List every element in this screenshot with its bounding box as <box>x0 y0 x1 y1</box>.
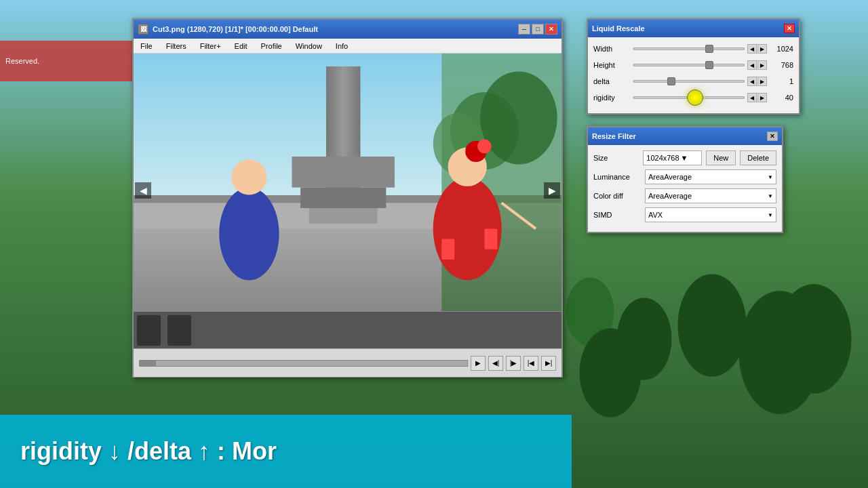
rf-simd-label: SIMD <box>593 211 641 219</box>
lr-width-thumb <box>705 45 713 53</box>
lr-delta-row: delta ◀ ▶ 1 <box>593 75 793 87</box>
lr-delta-decrement[interactable]: ◀ <box>747 77 757 86</box>
lr-rigidity-track <box>633 96 745 99</box>
rf-luminance-select[interactable]: AreaAverage ▼ <box>645 169 776 184</box>
svg-point-11 <box>219 188 279 281</box>
lr-titlebar: Liquid Rescale ✕ <box>588 20 799 37</box>
menu-edit[interactable]: Edit <box>231 41 252 52</box>
lr-rigidity-increment[interactable]: ▶ <box>757 93 767 102</box>
tooltip-text: rigidity ↓ /delta ↑ : Mor <box>20 437 277 466</box>
lr-delta-label: delta <box>593 77 631 85</box>
liquid-rescale-window: Liquid Rescale ✕ Width ◀ ▶ 1024 Height <box>587 18 800 115</box>
lr-height-increment[interactable]: ▶ <box>757 60 767 70</box>
rf-close-button[interactable]: ✕ <box>767 131 778 141</box>
rf-delete-button[interactable]: Delete <box>740 150 776 165</box>
close-button[interactable]: ✕ <box>545 24 557 35</box>
svg-rect-20 <box>134 312 561 348</box>
lr-width-decrement[interactable]: ◀ <box>747 44 757 54</box>
scene-svg <box>134 54 561 311</box>
lr-height-label: Height <box>593 61 631 69</box>
progress-fill <box>140 361 156 366</box>
rf-size-input[interactable]: 1024x768 ▼ <box>643 150 702 165</box>
image-canvas: ◀ ▶ <box>134 54 561 311</box>
rf-color-diff-arrow: ▼ <box>768 193 773 199</box>
filmstrip <box>134 311 561 348</box>
svg-rect-10 <box>309 208 378 224</box>
lr-close-button[interactable]: ✕ <box>784 24 795 33</box>
lr-rigidity-slider[interactable] <box>633 92 745 104</box>
skip-forward-button[interactable]: ▶| <box>541 356 556 371</box>
svg-rect-18 <box>441 239 454 260</box>
lr-height-arrows: ◀ ▶ <box>747 60 767 70</box>
svg-rect-9 <box>300 188 386 208</box>
lr-delta-value: 1 <box>770 77 793 85</box>
rf-titlebar: Resize Filter ✕ <box>588 127 782 145</box>
titlebar-controls: ─ □ ✕ <box>518 24 557 35</box>
prev-frame-button[interactable]: ◀| <box>488 356 503 371</box>
lr-width-arrows: ◀ ▶ <box>747 44 767 54</box>
lr-height-slider[interactable] <box>633 59 745 71</box>
lr-height-row: Height ◀ ▶ 768 <box>593 59 793 71</box>
menu-filterplus[interactable]: Filter+ <box>196 41 225 52</box>
rf-color-diff-label: Color diff <box>593 192 641 200</box>
rf-content: Size 1024x768 ▼ New Delete Luminance Are… <box>588 145 782 232</box>
playback-bar: ▶ ◀| |▶ |◀ ▶| <box>134 348 561 377</box>
menu-window[interactable]: Window <box>292 41 326 52</box>
lr-height-track <box>633 64 745 66</box>
svg-rect-22 <box>167 315 191 346</box>
lr-rigidity-arrows: ◀ ▶ <box>747 93 767 102</box>
nav-right-button[interactable]: ▶ <box>544 182 560 199</box>
lr-rigidity-row: rigidity ◀ ▶ 40 <box>593 92 793 104</box>
lr-height-decrement[interactable]: ◀ <box>747 60 757 70</box>
rf-simd-row: SIMD AVX ▼ <box>593 207 776 222</box>
lr-title: Liquid Rescale <box>592 24 645 33</box>
progress-bar[interactable] <box>139 360 468 367</box>
lr-height-value: 768 <box>770 61 793 69</box>
lr-width-row: Width ◀ ▶ 1024 <box>593 43 793 55</box>
resize-filter-window: Resize Filter ✕ Size 1024x768 ▼ New Dele… <box>587 126 783 233</box>
lr-width-slider[interactable] <box>633 43 745 55</box>
menu-bar: File Filters Filter+ Edit Profile Window… <box>134 39 561 54</box>
lr-width-label: Width <box>593 45 631 53</box>
minimize-button[interactable]: ─ <box>518 24 530 35</box>
lr-delta-increment[interactable]: ▶ <box>757 77 767 86</box>
menu-profile[interactable]: Profile <box>257 41 286 52</box>
rf-new-button[interactable]: New <box>706 150 736 165</box>
lr-rigidity-value: 40 <box>770 94 793 102</box>
rf-title: Resize Filter <box>592 132 636 140</box>
skip-back-button[interactable]: |◀ <box>524 356 538 371</box>
svg-point-16 <box>477 139 492 153</box>
titlebar-left: 🖼 Cut3.png (1280,720) [1/1]* [00:00:00.0… <box>138 24 318 35</box>
rf-size-row: Size 1024x768 ▼ New Delete <box>593 150 776 165</box>
play-button[interactable]: ▶ <box>471 356 486 371</box>
svg-point-5 <box>480 72 557 165</box>
rf-luminance-row: Luminance AreaAverage ▼ <box>593 169 776 184</box>
rf-luminance-arrow: ▼ <box>768 174 773 180</box>
main-window: 🖼 Cut3.png (1280,720) [1/1]* [00:00:00.0… <box>132 18 563 378</box>
lr-height-thumb <box>705 61 713 69</box>
svg-rect-21 <box>137 315 161 346</box>
tooltip-bar: rigidity ↓ /delta ↑ : Mor <box>0 415 572 488</box>
rf-color-diff-select[interactable]: AreaAverage ▼ <box>645 188 776 203</box>
menu-filters[interactable]: Filters <box>162 41 191 52</box>
window-title: Cut3.png (1280,720) [1/1]* [00:00:00.00]… <box>153 25 318 33</box>
maximize-button[interactable]: □ <box>532 24 544 35</box>
lr-rigidity-decrement[interactable]: ◀ <box>747 93 757 102</box>
nav-left-button[interactable]: ◀ <box>135 182 151 199</box>
lr-delta-track <box>633 80 745 83</box>
lr-width-increment[interactable]: ▶ <box>757 44 767 54</box>
rf-luminance-label: Luminance <box>593 173 641 181</box>
lr-width-track <box>633 47 745 50</box>
window-icon: 🖼 <box>138 24 149 35</box>
rf-simd-select[interactable]: AVX ▼ <box>645 207 776 222</box>
menu-file[interactable]: File <box>136 41 157 52</box>
lr-content: Width ◀ ▶ 1024 Height ◀ ▶ <box>588 37 799 113</box>
svg-rect-19 <box>484 228 497 249</box>
menu-info[interactable]: Info <box>332 41 352 52</box>
next-frame-button[interactable]: |▶ <box>506 356 521 371</box>
lr-delta-slider[interactable] <box>633 75 745 87</box>
lr-delta-arrows: ◀ ▶ <box>747 77 767 86</box>
main-window-titlebar: 🖼 Cut3.png (1280,720) [1/1]* [00:00:00.0… <box>134 20 561 39</box>
lr-delta-thumb <box>667 77 675 85</box>
left-status-text: Reserved. <box>5 57 39 65</box>
